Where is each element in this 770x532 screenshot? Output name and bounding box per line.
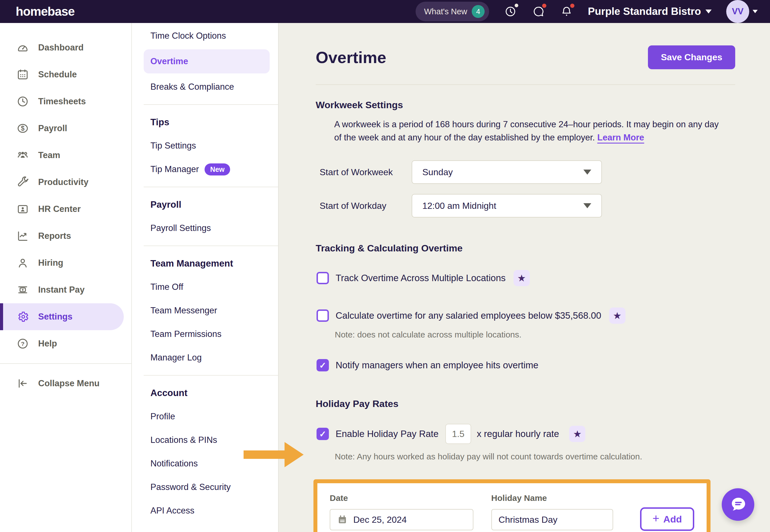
whats-new-count-badge: 4 [472,5,485,18]
workweek-settings-section: Workweek Settings A workweek is a period… [316,100,735,218]
add-holiday-button[interactable]: + Add [640,507,694,531]
date-value: Dec 25, 2024 [353,515,407,525]
subnav-header-payroll: Payroll [132,193,278,216]
start-of-workweek-select[interactable]: Sunday [412,160,602,184]
subnav-item-breaks-compliance[interactable]: Breaks & Compliance [132,75,278,99]
enable-holiday-pay-checkbox[interactable]: ✓ [317,428,329,440]
track-multiple-locations-checkbox[interactable] [317,272,329,284]
sidebar-item-timesheets[interactable]: Timesheets [0,88,131,115]
subnav-item-overtime[interactable]: Overtime [144,49,270,73]
support-chat-fab[interactable] [722,488,754,521]
subnav-item-time-clock-options[interactable]: Time Clock Options [132,24,278,48]
sidebar-item-team[interactable]: Team [0,142,131,169]
subnav-header-account: Account [132,381,278,405]
dashboard-icon [16,41,29,54]
svg-text:$: $ [21,125,25,132]
sidebar-divider [0,363,131,364]
sidebar-item-hr-center[interactable]: HR Center [0,196,131,223]
sidebar-item-label: Reports [38,231,71,241]
plus-icon: + [653,513,660,524]
topbar: homebase What's New 4 Purple Standard Bi… [0,0,770,23]
subnav-divider [144,246,278,246]
company-switcher[interactable]: Purple Standard Bistro [588,6,712,17]
notify-managers-label: Notify managers when an employee hits ov… [336,360,538,371]
sidebar-item-instant-pay[interactable]: Instant Pay [0,276,131,303]
subnav-header-tips: Tips [132,110,278,134]
workweek-settings-header: Workweek Settings [316,100,735,110]
chevron-down-icon [584,203,591,208]
sidebar-item-schedule[interactable]: Schedule [0,61,131,88]
start-of-workday-value: 12:00 am Midnight [422,201,496,211]
subnav-item-api-access[interactable]: API Access [132,499,278,522]
subnav-item-profile[interactable]: Profile [132,405,278,428]
sidebar-item-label: Dashboard [38,43,84,53]
chevron-down-icon [753,10,758,13]
subnav-item-locations-pins[interactable]: Locations & PINs [132,428,278,452]
subnav-item-tip-manager[interactable]: Tip Manager New [132,158,278,181]
bell-notification-dot [570,4,574,8]
date-picker-input[interactable]: Dec 25, 2024 [330,509,473,530]
sidebar-item-reports[interactable]: Reports [0,223,131,249]
workweek-description-text: A workweek is a period of 168 hours duri… [334,119,719,142]
subnav-item-time-off[interactable]: Time Off [132,275,278,299]
start-of-workday-label: Start of Workday [320,201,412,211]
whats-new-button[interactable]: What's New 4 [416,2,489,21]
calendar-icon [337,514,348,525]
notify-managers-checkbox[interactable]: ✓ [317,359,329,371]
messages-notification-dot [542,4,546,8]
learn-more-link[interactable]: Learn More [598,133,644,142]
subnav-item-tip-settings[interactable]: Tip Settings [132,134,278,158]
start-of-workday-select[interactable]: 12:00 am Midnight [412,194,602,218]
svg-text:?: ? [21,341,25,347]
start-of-workweek-value: Sunday [422,167,453,177]
active-indicator-bar [0,303,3,330]
time-clock-icon[interactable] [504,5,517,18]
collapse-arrow-icon [16,377,29,390]
account-menu[interactable]: VV [726,0,758,23]
add-holiday-highlight-box: Date Dec 25, 2024 Holiday Name [314,479,711,532]
holiday-name-input-box [491,509,614,530]
homebase-settings-page: homebase What's New 4 Purple Standard Bi… [0,0,770,532]
sidebar-item-help[interactable]: ? Help [0,330,131,357]
notifications-bell-icon[interactable] [560,5,573,18]
subnav-item-label: Tip Manager [150,164,199,174]
holiday-pay-note: Note: Any hours worked as holiday pay wi… [335,452,735,461]
salaried-overtime-checkbox[interactable] [317,309,329,322]
whats-new-label: What's New [424,7,467,16]
sidebar-item-label: Instant Pay [38,285,84,295]
workweek-description: A workweek is a period of 168 hours duri… [334,118,726,144]
tracking-overtime-header: Tracking & Calculating Overtime [316,243,735,254]
sidebar-item-label: Schedule [38,70,77,80]
subnav-item-payroll-settings[interactable]: Payroll Settings [132,216,278,240]
sidebar-item-label: Payroll [38,123,67,133]
sidebar-item-label: Team [38,150,60,160]
main-sidebar: Dashboard Schedule Timesheets $ Payroll … [0,23,132,532]
sidebar-item-settings[interactable]: Settings [0,303,124,330]
sidebar-item-label: Productivity [38,177,88,187]
chevron-down-icon [706,10,712,13]
line-chart-icon [16,230,29,242]
save-changes-button[interactable]: Save Changes [648,45,735,69]
subnav-item-manager-log[interactable]: Manager Log [132,346,278,369]
track-multiple-locations-label: Track Overtime Across Multiple Locations [336,273,506,283]
sidebar-item-payroll[interactable]: $ Payroll [0,115,131,142]
dollar-icon: $ [16,122,29,135]
messages-icon[interactable] [532,5,545,18]
collapse-menu-button[interactable]: Collapse Menu [0,370,131,397]
sidebar-item-dashboard[interactable]: Dashboard [0,34,131,61]
subnav-item-password-security[interactable]: Password & Security [132,475,278,499]
holiday-name-input[interactable] [499,515,606,525]
homebase-logo[interactable]: homebase [16,4,75,18]
sidebar-item-label: Settings [38,312,72,322]
chat-bubble-icon [729,495,747,514]
subnav-item-team-permissions[interactable]: Team Permissions [132,322,278,346]
holiday-rate-input[interactable] [445,424,471,444]
sidebar-item-hiring[interactable]: Hiring [0,249,131,276]
subnav-divider [144,375,278,376]
wrench-icon [16,176,29,189]
holiday-pay-section: Holiday Pay Rates ✓ Enable Holiday Pay R… [316,398,735,532]
time-clock-dot [515,4,518,7]
sidebar-item-productivity[interactable]: Productivity [0,169,131,196]
subnav-item-team-messenger[interactable]: Team Messenger [132,299,278,322]
holiday-name-label: Holiday Name [491,493,614,503]
